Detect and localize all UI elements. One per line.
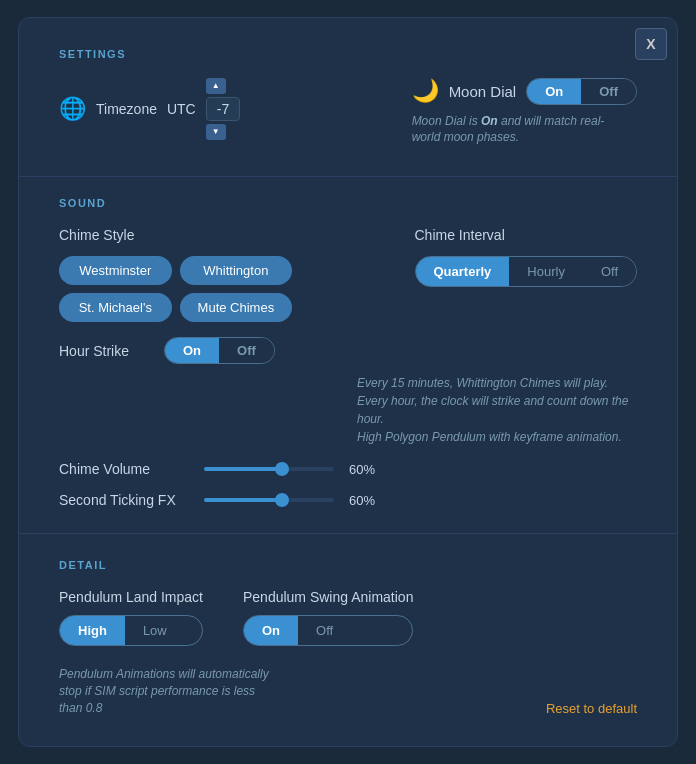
interval-off-button[interactable]: Off xyxy=(583,257,636,286)
pendulum-swing-toggle: On Off xyxy=(243,615,413,646)
chime-row: Chime Style Westminster Whittington St. … xyxy=(59,227,637,322)
pendulum-swing-off-button[interactable]: Off xyxy=(298,616,351,645)
detail-section: DETAIL Pendulum Land Impact High Low Pen… xyxy=(59,559,637,716)
chime-volume-row: Chime Volume 60% xyxy=(59,461,637,477)
pendulum-land-label: Pendulum Land Impact xyxy=(59,589,203,605)
moon-dial-description: Moon Dial is On and will match real-worl… xyxy=(412,113,612,147)
chime-style-block: Chime Style Westminster Whittington St. … xyxy=(59,227,292,322)
settings-row: 🌐 Timezone UTC ▲ -7 ▼ 🌙 Moon Dial On Off xyxy=(59,78,637,147)
utc-spinner: ▲ -7 ▼ xyxy=(206,78,240,140)
chime-buttons-grid: Westminster Whittington St. Michael's Mu… xyxy=(59,256,292,322)
chime-volume-thumb[interactable] xyxy=(275,462,289,476)
pendulum-desc: Pendulum Animations will automatically s… xyxy=(59,666,279,716)
second-ticking-fill xyxy=(204,498,282,502)
second-ticking-value: 60% xyxy=(349,493,389,508)
second-ticking-track[interactable] xyxy=(204,498,334,502)
chime-volume-value: 60% xyxy=(349,462,389,477)
chime-volume-label: Chime Volume xyxy=(59,461,189,477)
whittington-button[interactable]: Whittington xyxy=(180,256,293,285)
pendulum-land-block: Pendulum Land Impact High Low xyxy=(59,589,203,646)
hour-strike-on-button[interactable]: On xyxy=(165,338,219,363)
reset-to-default-link[interactable]: Reset to default xyxy=(546,701,637,716)
divider-1 xyxy=(19,176,677,177)
mute-chimes-button[interactable]: Mute Chimes xyxy=(180,293,293,322)
timezone-arrows: ▲ -7 ▼ xyxy=(206,78,240,140)
westminster-button[interactable]: Westminster xyxy=(59,256,172,285)
moon-dial-desc-bold: On xyxy=(481,114,498,128)
hour-strike-label: Hour Strike xyxy=(59,343,149,359)
globe-icon: 🌐 xyxy=(59,96,86,122)
hour-strike-toggle: On Off xyxy=(164,337,275,364)
timezone-down-button[interactable]: ▼ xyxy=(206,124,226,140)
moon-dial-on-button[interactable]: On xyxy=(527,79,581,104)
sound-section-label: SOUND xyxy=(59,197,637,209)
interval-hourly-button[interactable]: Hourly xyxy=(509,257,583,286)
pendulum-low-button[interactable]: Low xyxy=(125,616,185,645)
moon-dial-label: Moon Dial xyxy=(449,83,517,100)
pendulum-swing-label: Pendulum Swing Animation xyxy=(243,589,413,605)
chime-style-title: Chime Style xyxy=(59,227,292,243)
hour-strike-off-button[interactable]: Off xyxy=(219,338,274,363)
moon-dial-block: 🌙 Moon Dial On Off Moon Dial is On and w… xyxy=(412,78,637,147)
utc-value: -7 xyxy=(206,97,240,121)
pendulum-high-button[interactable]: High xyxy=(60,616,125,645)
st-michaels-button[interactable]: St. Michael's xyxy=(59,293,172,322)
utc-label: UTC xyxy=(167,101,196,117)
chime-description: Every 15 minutes, Whittington Chimes wil… xyxy=(357,374,637,446)
second-ticking-label: Second Ticking FX xyxy=(59,492,189,508)
chime-interval-title: Chime Interval xyxy=(415,227,638,243)
moon-icon: 🌙 xyxy=(412,78,439,104)
timezone-block: 🌐 Timezone UTC ▲ -7 ▼ xyxy=(59,78,240,140)
detail-footer: Pendulum Animations will automatically s… xyxy=(59,661,637,716)
pendulum-swing-on-button[interactable]: On xyxy=(244,616,298,645)
timezone-label: Timezone xyxy=(96,101,157,117)
chime-desc-line2: Every hour, the clock will strike and co… xyxy=(357,394,628,426)
pendulum-land-toggle: High Low xyxy=(59,615,203,646)
chime-volume-fill xyxy=(204,467,282,471)
sound-section: SOUND Chime Style Westminster Whittingto… xyxy=(59,197,637,508)
detail-row: Pendulum Land Impact High Low Pendulum S… xyxy=(59,589,637,646)
detail-section-label: DETAIL xyxy=(59,559,637,571)
moon-dial-off-button[interactable]: Off xyxy=(581,79,636,104)
close-button[interactable]: X xyxy=(635,28,667,60)
settings-section-label: SETTINGS xyxy=(59,48,637,60)
moon-dial-toggle: On Off xyxy=(526,78,637,105)
second-ticking-thumb[interactable] xyxy=(275,493,289,507)
chime-interval-block: Chime Interval Quarterly Hourly Off xyxy=(415,227,638,287)
chime-interval-toggle: Quarterly Hourly Off xyxy=(415,256,638,287)
moon-dial-header: 🌙 Moon Dial On Off xyxy=(412,78,637,105)
hour-strike-row: Hour Strike On Off xyxy=(59,337,637,364)
chime-volume-track[interactable] xyxy=(204,467,334,471)
chime-desc-line1: Every 15 minutes, Whittington Chimes wil… xyxy=(357,376,608,390)
chime-desc-line3: High Polygon Pendulum with keyframe anim… xyxy=(357,430,622,444)
settings-window: X SETTINGS 🌐 Timezone UTC ▲ -7 ▼ 🌙 Moon … xyxy=(18,17,678,748)
timezone-up-button[interactable]: ▲ xyxy=(206,78,226,94)
pendulum-swing-block: Pendulum Swing Animation On Off xyxy=(243,589,413,646)
interval-quarterly-button[interactable]: Quarterly xyxy=(416,257,510,286)
divider-2 xyxy=(19,533,677,534)
second-ticking-row: Second Ticking FX 60% xyxy=(59,492,637,508)
